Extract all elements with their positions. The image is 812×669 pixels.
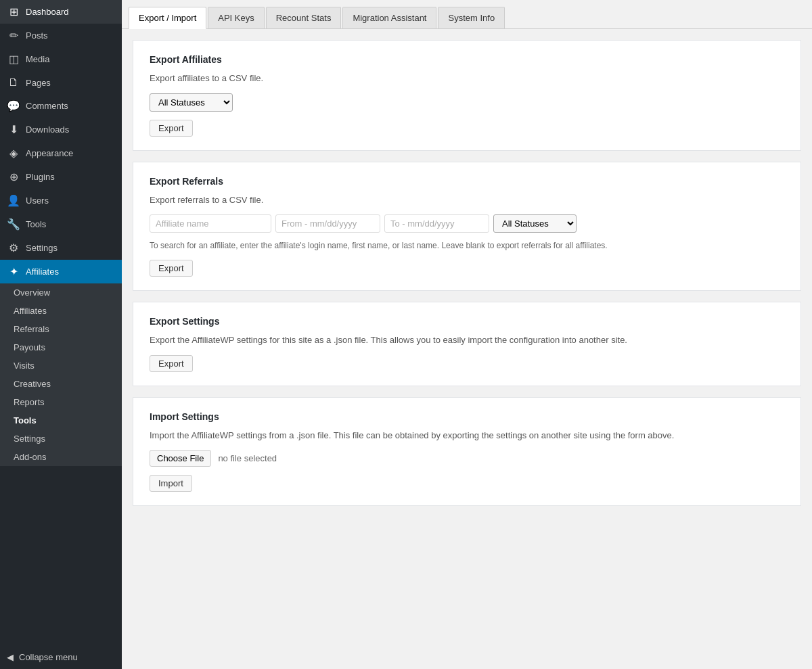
tab-migration-assistant[interactable]: Migration Assistant xyxy=(342,7,436,28)
from-date-input[interactable] xyxy=(275,214,380,233)
tab-export-import[interactable]: Export / Import xyxy=(129,7,206,29)
export-affiliates-desc: Export affiliates to a CSV file. xyxy=(150,72,784,85)
export-referrals-card: Export Referrals Export referrals to a C… xyxy=(133,162,801,292)
collapse-icon: ◀ xyxy=(7,652,14,662)
choose-file-button[interactable]: Choose File xyxy=(150,450,211,467)
file-input-row: Choose File no file selected xyxy=(150,450,784,467)
submenu-item-referrals[interactable]: Referrals xyxy=(0,320,122,338)
submenu-item-reports[interactable]: Reports xyxy=(0,393,122,411)
appearance-icon: ◈ xyxy=(7,147,20,160)
export-affiliates-card: Export Affiliates Export affiliates to a… xyxy=(133,40,801,151)
sidebar-item-tools[interactable]: 🔧 Tools xyxy=(0,212,122,236)
collapse-menu-button[interactable]: ◀ Collapse menu xyxy=(0,645,122,669)
sidebar-item-plugins[interactable]: ⊕ Plugins xyxy=(0,165,122,189)
affiliate-name-input[interactable] xyxy=(150,214,271,233)
tab-recount-stats[interactable]: Recount Stats xyxy=(266,7,342,28)
submenu-item-overview[interactable]: Overview xyxy=(0,283,122,302)
to-date-input[interactable] xyxy=(384,214,489,233)
sidebar-item-comments[interactable]: 💬 Comments xyxy=(0,94,122,118)
tools-icon: 🔧 xyxy=(7,218,20,231)
submenu-item-payouts[interactable]: Payouts xyxy=(0,338,122,356)
submenu-item-visits[interactable]: Visits xyxy=(0,356,122,375)
sidebar-item-posts[interactable]: ✏ Posts xyxy=(0,24,122,47)
sidebar-item-pages[interactable]: 🗋 Pages xyxy=(0,71,122,94)
posts-icon: ✏ xyxy=(7,29,20,42)
sidebar-item-dashboard[interactable]: ⊞ Dashboard xyxy=(0,0,122,24)
export-affiliates-button[interactable]: Export xyxy=(150,120,193,137)
tab-system-info[interactable]: System Info xyxy=(438,7,505,28)
export-referrals-title: Export Referrals xyxy=(150,176,784,187)
export-settings-card: Export Settings Export the AffiliateWP s… xyxy=(133,302,801,386)
export-affiliates-title: Export Affiliates xyxy=(150,54,784,65)
export-settings-title: Export Settings xyxy=(150,316,784,327)
sidebar-item-downloads[interactable]: ⬇ Downloads xyxy=(0,118,122,141)
affiliates-status-select[interactable]: All Statuses Active Inactive Pending Rej… xyxy=(150,93,233,112)
submenu-item-tools[interactable]: Tools xyxy=(0,411,122,430)
tab-api-keys[interactable]: API Keys xyxy=(208,7,264,28)
dashboard-icon: ⊞ xyxy=(7,5,20,18)
downloads-icon: ⬇ xyxy=(7,123,20,136)
affiliates-icon: ✦ xyxy=(7,265,20,278)
export-settings-desc: Export the AffiliateWP settings for this… xyxy=(150,333,784,347)
media-icon: ◫ xyxy=(7,53,20,66)
submenu-item-addons[interactable]: Add-ons xyxy=(0,448,122,466)
no-file-label: no file selected xyxy=(218,453,277,463)
sidebar-item-affiliates[interactable]: ✦ Affiliates xyxy=(0,260,122,283)
main-content: Export / Import API Keys Recount Stats M… xyxy=(122,0,812,669)
referrals-status-select[interactable]: All Statuses Pending Approved Rejected xyxy=(493,214,577,233)
import-settings-card: Import Settings Import the AffiliateWP s… xyxy=(133,397,801,507)
tabs-bar: Export / Import API Keys Recount Stats M… xyxy=(122,0,812,29)
export-referrals-button[interactable]: Export xyxy=(150,260,193,277)
content-area: Export Affiliates Export affiliates to a… xyxy=(122,29,812,528)
pages-icon: 🗋 xyxy=(7,76,20,89)
sidebar-item-media[interactable]: ◫ Media xyxy=(0,47,122,71)
affiliates-submenu: Overview Affiliates Referrals Payouts Vi… xyxy=(0,283,122,466)
submenu-item-affiliates[interactable]: Affiliates xyxy=(0,302,122,320)
import-settings-title: Import Settings xyxy=(150,411,784,422)
sidebar: ⊞ Dashboard ✏ Posts ◫ Media 🗋 Pages 💬 Co… xyxy=(0,0,122,669)
referrals-hint: To search for an affiliate, enter the af… xyxy=(150,239,784,252)
submenu-item-settings[interactable]: Settings xyxy=(0,430,122,448)
export-settings-button[interactable]: Export xyxy=(150,355,193,372)
users-icon: 👤 xyxy=(7,194,20,207)
settings-icon: ⚙ xyxy=(7,241,20,254)
sidebar-item-users[interactable]: 👤 Users xyxy=(0,189,122,212)
sidebar-item-appearance[interactable]: ◈ Appearance xyxy=(0,141,122,165)
submenu-item-creatives[interactable]: Creatives xyxy=(0,375,122,393)
import-settings-desc: Import the AffiliateWP settings from a .… xyxy=(150,429,784,442)
import-button[interactable]: Import xyxy=(150,475,192,492)
sidebar-item-settings[interactable]: ⚙ Settings xyxy=(0,236,122,260)
referral-filters: All Statuses Pending Approved Rejected xyxy=(150,214,784,233)
export-referrals-desc: Export referrals to a CSV file. xyxy=(150,193,784,207)
comments-icon: 💬 xyxy=(7,99,20,112)
plugins-icon: ⊕ xyxy=(7,170,20,183)
